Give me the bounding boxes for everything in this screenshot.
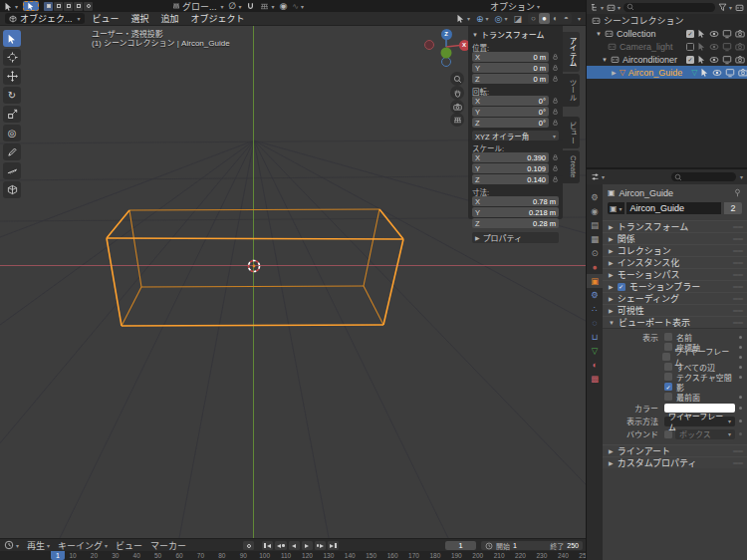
exclude-checkbox[interactable]: ✓ <box>686 56 694 64</box>
outliner-row-camera-light[interactable]: Camera_light <box>587 40 747 53</box>
shading-solid-button[interactable]: ● <box>539 13 550 24</box>
dimensions-y-field[interactable]: Y0.218 m <box>472 207 559 217</box>
proportional-falloff-dropdown[interactable]: ∿ <box>292 2 304 11</box>
tab-render[interactable]: ◉ <box>587 204 603 218</box>
animate-dot[interactable] <box>739 336 742 339</box>
current-frame-field[interactable]: 1 <box>445 541 476 550</box>
expand-arrow-icon[interactable]: ▼ <box>602 57 608 63</box>
measure-tool[interactable] <box>3 162 21 179</box>
shading-wireframe-button[interactable]: ○ <box>528 13 539 24</box>
animate-dot[interactable] <box>739 420 742 422</box>
move-tool[interactable] <box>3 68 21 85</box>
outliner-row-scene-collection[interactable]: シーンコレクション <box>587 14 747 27</box>
render-disable-icon[interactable] <box>735 42 745 52</box>
lock-scale-y-button[interactable] <box>549 164 559 172</box>
timeline-ruler[interactable]: 1020304050607080901001101201301401501601… <box>0 551 586 560</box>
playback-menu[interactable]: 再生 <box>27 539 50 552</box>
tab-tool[interactable]: ツール <box>563 74 580 107</box>
frame-range-controls[interactable]: 開始1 終了250 <box>481 541 583 550</box>
render-disable-icon[interactable] <box>738 68 747 78</box>
zoom-button[interactable] <box>450 72 464 86</box>
editor-type-dropdown[interactable] <box>4 540 19 550</box>
tab-constraints[interactable]: ⊔ <box>587 330 603 344</box>
scale-z-field[interactable]: Z0.140 <box>472 174 549 184</box>
rotation-mode-dropdown[interactable]: XYZ オイラー角 <box>472 131 559 140</box>
users-count-badge[interactable]: 2 <box>724 202 742 214</box>
axes-checkbox[interactable] <box>664 343 672 351</box>
expand-arrow-icon[interactable]: ▶ <box>612 69 617 76</box>
viewport-disable-icon[interactable] <box>725 68 735 78</box>
viewport-menu-item[interactable]: ビュー <box>91 12 122 25</box>
viewport-menu-item[interactable]: 追加 <box>159 12 181 25</box>
panel-shading[interactable]: ▶シェーディング══ <box>603 292 747 304</box>
shadow-checkbox[interactable]: ✓ <box>664 383 672 391</box>
filter-dropdown[interactable]: ▾ <box>740 173 743 180</box>
select-box-tool-button[interactable] <box>23 1 39 11</box>
end-value[interactable]: 250 <box>567 542 579 549</box>
object-name-input[interactable]: Aircon_Guide <box>626 202 721 214</box>
render-disable-icon[interactable] <box>735 29 745 39</box>
scale-tool[interactable] <box>3 106 21 123</box>
pivot-point-dropdown[interactable]: ∅ <box>229 1 242 11</box>
animate-dot[interactable] <box>739 396 742 399</box>
xray-toggle-button[interactable]: ◪ <box>513 14 522 24</box>
proportional-editing-toggle[interactable]: ◉ <box>279 1 287 11</box>
tab-object[interactable]: ▣ <box>587 274 603 288</box>
name-checkbox[interactable] <box>664 333 672 341</box>
hide-eye-icon[interactable] <box>709 42 719 52</box>
display-as-dropdown[interactable]: ワイヤーフレーム <box>664 417 735 426</box>
shading-rendered-button[interactable]: ◓ <box>561 13 572 24</box>
navigation-gizmo[interactable]: Z X <box>422 26 474 74</box>
3d-viewport[interactable]: ユーザー・透視投影 (1) シーンコレクション | Aircon_Guide ↻… <box>0 26 586 538</box>
filter-dropdown[interactable] <box>718 3 732 12</box>
keying-menu[interactable]: キーイング <box>58 539 108 552</box>
rotation-y-field[interactable]: Y0° <box>472 107 549 117</box>
lock-rotation-z-button[interactable] <box>549 119 559 127</box>
animate-dot[interactable] <box>739 407 742 410</box>
select-mode-intersect-button[interactable] <box>84 2 93 11</box>
outliner-row-collection[interactable]: ▼ Collection ✓ <box>587 27 747 40</box>
lock-location-y-button[interactable] <box>549 64 559 72</box>
hide-eye-icon[interactable] <box>712 68 722 78</box>
scale-y-field[interactable]: Y0.109 <box>472 163 549 173</box>
perspective-toggle-button[interactable] <box>450 113 464 127</box>
hide-eye-icon[interactable] <box>709 55 719 65</box>
bounds-dropdown[interactable]: ボックス <box>675 429 735 439</box>
next-keyframe-button[interactable] <box>315 541 327 550</box>
previous-keyframe-button[interactable] <box>275 541 287 550</box>
add-cube-tool[interactable] <box>3 181 21 198</box>
hide-eye-icon[interactable] <box>709 29 719 39</box>
viewport-disable-icon[interactable] <box>722 29 732 39</box>
properties-search-input[interactable] <box>671 172 736 181</box>
view-menu[interactable]: ビュー <box>116 539 142 552</box>
rotation-x-field[interactable]: X0° <box>472 96 549 106</box>
overlays-toggle-dropdown[interactable]: ◎ <box>495 14 508 24</box>
lock-location-z-button[interactable] <box>549 75 559 83</box>
display-mode-dropdown[interactable] <box>607 3 621 12</box>
lock-location-x-button[interactable] <box>549 53 559 61</box>
playhead-badge[interactable]: 1 <box>51 551 65 560</box>
editor-type-dropdown[interactable] <box>590 3 604 12</box>
snap-toggle-button[interactable] <box>246 2 255 11</box>
start-value[interactable]: 1 <box>513 542 517 549</box>
tab-output[interactable]: ▤ <box>587 218 603 232</box>
lock-rotation-x-button[interactable] <box>549 97 559 105</box>
selectable-icon[interactable] <box>697 55 706 64</box>
viewport-disable-icon[interactable] <box>722 42 732 52</box>
transform-orientation-dropdown[interactable]: グロー... <box>172 0 224 13</box>
panel-collections[interactable]: ▶コレクション══ <box>603 244 747 256</box>
pin-icon[interactable] <box>733 188 742 197</box>
location-z-field[interactable]: Z0 m <box>472 74 549 84</box>
tab-world[interactable]: ● <box>587 260 603 274</box>
selectable-icon[interactable] <box>700 68 709 77</box>
camera-view-button[interactable] <box>450 100 464 114</box>
panel-transform[interactable]: ▶トランスフォーム══ <box>603 220 747 232</box>
selectable-icon[interactable] <box>697 42 706 51</box>
exclude-checkbox[interactable] <box>686 43 694 51</box>
tab-view[interactable]: ビュー <box>563 117 580 149</box>
wireframe-checkbox[interactable] <box>662 353 670 361</box>
outliner-search-input[interactable] <box>623 3 715 12</box>
tab-create[interactable]: Create <box>563 150 580 183</box>
tab-tool[interactable]: ⚙ <box>587 190 603 204</box>
lock-rotation-y-button[interactable] <box>549 108 559 116</box>
